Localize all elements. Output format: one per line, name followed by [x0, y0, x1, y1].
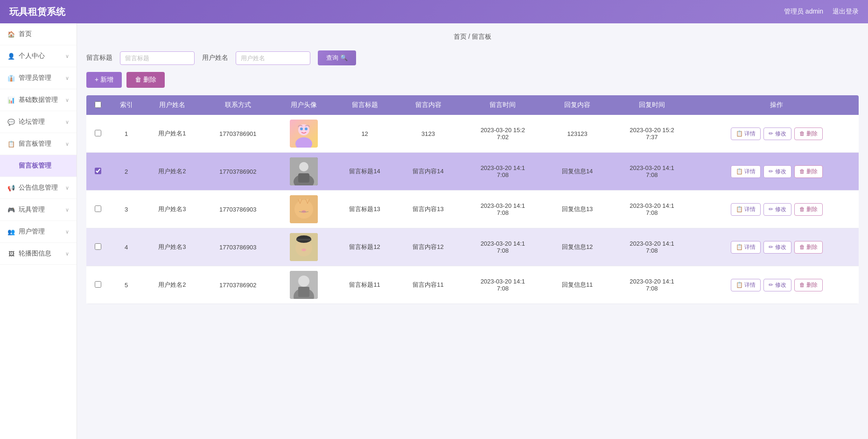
edit-button[interactable]: ✏ 修改	[763, 203, 791, 216]
sidebar-item-data[interactable]: 📊基础数据管理 ∨	[0, 89, 77, 111]
delete-row-button[interactable]: 🗑 删除	[794, 127, 823, 140]
row-avatar	[274, 191, 333, 228]
sidebar-label-banner: 轮播图信息	[19, 249, 51, 258]
row-content: 留言内容14	[397, 153, 460, 191]
svg-point-1	[295, 137, 312, 148]
detail-button[interactable]: 📋 详情	[731, 241, 761, 254]
sidebar-item-guestbook-parent[interactable]: 📋留言板管理 ∨	[0, 133, 77, 155]
row-index: 2	[109, 153, 143, 191]
row-reply: 回复信息13	[546, 191, 609, 228]
delete-button-label: 🗑 删除	[135, 76, 156, 84]
delete-row-button[interactable]: 🗑 删除	[794, 241, 823, 254]
edit-button[interactable]: ✏ 修改	[763, 127, 791, 140]
svg-point-9	[294, 200, 313, 219]
sidebar-item-admin[interactable]: 👔管理员管理 ∨	[0, 67, 77, 89]
header-right: 管理员 admin 退出登录	[784, 7, 859, 16]
col-time: 留言时间	[460, 95, 546, 115]
col-content: 留言内容	[397, 95, 460, 115]
sidebar-item-notice[interactable]: 📢公告信息管理 ∨	[0, 177, 77, 199]
content-area: 首页 / 留言板 留言标题 用户姓名 查询 🔍 + 新增 🗑 删除	[77, 23, 868, 439]
row-index: 1	[109, 115, 143, 153]
row-time: 2023-03-20 14:1 7:08	[460, 266, 546, 304]
sidebar-item-banner[interactable]: 🖼轮播图信息 ∨	[0, 243, 77, 265]
row-reply: 回复信息12	[546, 228, 609, 266]
row-checkbox-cell[interactable]	[86, 266, 109, 304]
sidebar-item-forum[interactable]: 💬论坛管理 ∨	[0, 111, 77, 133]
row-reply-time: 2023-03-20 14:1 7:08	[609, 228, 695, 266]
detail-button[interactable]: 📋 详情	[731, 127, 761, 140]
sidebar-item-guestbook[interactable]: 留言板管理	[0, 155, 77, 177]
sidebar-item-personal[interactable]: 👤个人中心 ∨	[0, 45, 77, 67]
chevron-icon: ∨	[65, 141, 69, 147]
guestbook-icon	[7, 162, 15, 170]
edit-button[interactable]: ✏ 修改	[763, 165, 791, 178]
row-title: 留言标题11	[333, 266, 397, 304]
delete-row-button[interactable]: 🗑 删除	[794, 165, 823, 178]
svg-rect-28	[298, 287, 309, 297]
svg-point-21	[301, 248, 306, 251]
edit-button[interactable]: ✏ 修改	[763, 241, 791, 254]
row-index: 4	[109, 228, 143, 266]
sidebar-item-toys[interactable]: 🎮玩具管理 ∨	[0, 199, 77, 221]
row-avatar	[274, 228, 333, 266]
table-row: 2 用户姓名2 17703786902 留言标题14 留言内容14 2023-0…	[86, 153, 859, 191]
filter-input-username[interactable]	[236, 51, 310, 65]
svg-point-2	[300, 127, 303, 130]
select-all-checkbox[interactable]	[95, 101, 101, 108]
row-content: 留言内容12	[397, 228, 460, 266]
row-checkbox-cell[interactable]	[86, 153, 109, 191]
row-checkbox[interactable]	[95, 243, 101, 250]
detail-button[interactable]: 📋 详情	[731, 279, 761, 291]
row-title: 留言标题14	[333, 153, 397, 191]
edit-button[interactable]: ✏ 修改	[763, 279, 791, 291]
row-checkbox-cell[interactable]	[86, 228, 109, 266]
row-index: 3	[109, 191, 143, 228]
banner-icon: 🖼	[7, 250, 15, 257]
add-button[interactable]: + 新增	[86, 72, 122, 88]
app-title: 玩具租赁系统	[9, 6, 65, 18]
svg-point-0	[298, 124, 309, 135]
row-time: 2023-03-20 14:1 7:08	[460, 228, 546, 266]
filter-input-title[interactable]	[120, 51, 195, 65]
row-avatar	[274, 115, 333, 153]
sidebar-label-admin: 管理员管理	[19, 74, 51, 82]
toys-icon: 🎮	[7, 206, 15, 213]
delete-row-button[interactable]: 🗑 删除	[794, 279, 823, 291]
row-username: 用户姓名3	[143, 228, 201, 266]
chevron-icon: ∨	[65, 207, 69, 213]
col-index: 索引	[109, 95, 143, 115]
sidebar-item-home[interactable]: 🏠首页	[0, 23, 77, 45]
detail-button[interactable]: 📋 详情	[731, 203, 761, 216]
logout-button[interactable]: 退出登录	[833, 7, 859, 16]
row-reply-time: 2023-03-20 14:1 7:08	[609, 191, 695, 228]
row-content: 3123	[397, 115, 460, 153]
delete-row-button[interactable]: 🗑 删除	[794, 203, 823, 216]
row-reply: 回复信息14	[546, 153, 609, 191]
row-checkbox[interactable]	[95, 281, 101, 288]
row-reply: 123123	[546, 115, 609, 153]
row-checkbox[interactable]	[95, 205, 101, 212]
row-content: 留言内容11	[397, 266, 460, 304]
row-username: 用户姓名3	[143, 191, 201, 228]
row-username: 用户姓名2	[143, 153, 201, 191]
row-checkbox-cell[interactable]	[86, 191, 109, 228]
batch-delete-button[interactable]: 🗑 删除	[126, 72, 165, 88]
search-button[interactable]: 查询 🔍	[318, 50, 356, 65]
sidebar-item-users[interactable]: 👥用户管理 ∨	[0, 221, 77, 243]
row-checkbox[interactable]	[95, 130, 101, 136]
svg-point-5	[299, 162, 308, 171]
row-contact: 17703786902	[201, 266, 274, 304]
add-button-label: + 新增	[95, 76, 113, 84]
col-title: 留言标题	[333, 95, 397, 115]
row-username: 用户姓名1	[143, 115, 201, 153]
breadcrumb: 首页 / 留言板	[86, 33, 859, 41]
row-username: 用户姓名2	[143, 266, 201, 304]
row-actions-cell: 📋 详情 ✏ 修改 🗑 删除	[695, 153, 859, 191]
sidebar-label-notice: 公告信息管理	[19, 184, 58, 192]
breadcrumb-home: 首页	[454, 33, 467, 40]
home-icon: 🏠	[7, 30, 15, 38]
row-checkbox[interactable]	[95, 168, 101, 174]
row-checkbox-cell[interactable]	[86, 115, 109, 153]
svg-rect-24	[296, 239, 311, 241]
detail-button[interactable]: 📋 详情	[731, 165, 761, 178]
